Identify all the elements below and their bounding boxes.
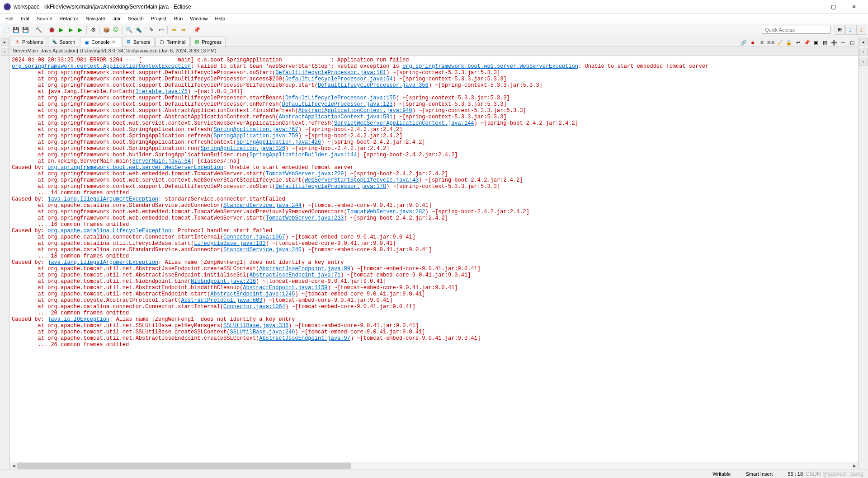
stacktrace-link[interactable]: TomcatWebServer.java:229 [266,171,344,177]
stacktrace-link[interactable]: TomcatWebServer.java:282 [347,209,425,215]
stacktrace-link[interactable]: Connector.java:1067 [223,234,285,240]
stacktrace-link[interactable]: AbstractJsseEndpoint.java:97 [259,335,350,342]
tab-close-icon[interactable]: ✕ [112,39,117,45]
stacktrace-link[interactable]: SpringApplication.java:767 [213,127,298,133]
remove-launch-icon[interactable]: ✖ [758,38,766,47]
menu-window[interactable]: Window [186,15,211,22]
menu-file[interactable]: File [2,15,17,22]
pin-console-icon[interactable]: 📌 [803,38,811,47]
maximize-button[interactable]: ▢ [823,0,844,14]
stacktrace-link[interactable]: SpringApplication.java:426 [236,139,321,145]
menu-navigate[interactable]: Navigate [82,15,108,22]
stacktrace-link[interactable]: org.springframework.boot.web.server.WebS… [47,164,223,171]
stacktrace-link[interactable]: DefaultLifecycleProcessor.java:181 [275,70,386,76]
quick-access-input[interactable] [762,26,830,34]
stacktrace-link[interactable]: StandardService.java:244 [223,202,302,209]
link-icon[interactable]: 🔗 [740,38,748,47]
terminate-icon[interactable]: ■ [749,38,757,47]
tab-problems[interactable]: ⚠ Problems [11,37,47,47]
save-all-icon[interactable]: 💾 [21,25,30,34]
menu-refactor[interactable]: Refactor [56,15,82,22]
tab-servers[interactable]: 🖥 Servers [122,37,155,47]
back-icon[interactable]: ⬅ [170,25,179,34]
stacktrace-link[interactable]: SpringApplication.java:759 [213,133,298,139]
stacktrace-link[interactable]: SpringApplication.java:326 [201,145,285,152]
scroll-right-icon[interactable]: ▶ [851,463,858,469]
stacktrace-link[interactable]: TomcatWebServer.java:213 [266,215,344,221]
stacktrace-link[interactable]: org.apache.catalina.LifecycleException [47,228,171,234]
menu-search[interactable]: Search [124,15,147,22]
stacktrace-link[interactable]: DefaultLifecycleProcessor.java:123 [282,101,393,108]
ext-tools-icon[interactable]: ⚙ [89,25,98,34]
task-list-icon[interactable]: ▫ [859,58,868,66]
stacktrace-link[interactable]: AbstractEndpoint.java:1159 [243,285,327,291]
stacktrace-link[interactable]: DefaultLifecycleProcessor.java:155 [285,95,396,101]
menu-edit[interactable]: Edit [17,15,33,22]
restore-view-icon[interactable]: ◂ [859,38,868,46]
word-wrap-icon[interactable]: ↩ [794,38,802,47]
outline-view-icon[interactable]: ▫ [859,48,868,56]
open-perspective-icon[interactable]: ⊞ [835,25,844,35]
stacktrace-link[interactable]: NioEndpoint.java:216 [191,278,256,285]
run-last-icon[interactable]: ▶ [75,25,85,34]
stacktrace-link[interactable]: SpringApplicationBuilder.java:144 [250,152,357,158]
scroll-track[interactable] [17,463,851,469]
maximize-view-icon[interactable]: ▢ [848,38,856,47]
menu-source[interactable]: Source [33,15,56,22]
save-icon[interactable]: 💾 [11,25,20,34]
menu-project[interactable]: Project [147,15,170,22]
stacktrace-link[interactable]: LifecycleBase.java:183 [194,240,265,247]
stacktrace-link[interactable]: DefaultLifecycleProcessor.java:178 [275,183,386,190]
stacktrace-link[interactable]: DefaultLifecycleProcessor.java:54 [285,76,393,82]
run-icon[interactable]: ▶ [57,25,66,34]
stacktrace-link[interactable]: WebServerStartStopLifecycle.java:43 [305,177,419,183]
console-output[interactable]: 2024-01-08 20:33:25.901 ERROR 1204 --- [… [10,56,858,462]
minimized-view-icon[interactable]: ▫ [1,48,9,56]
stacktrace-link[interactable]: AbstractEndpoint.java:1245 [210,291,295,297]
stacktrace-link[interactable]: SSLUtilBase.java:246 [230,329,295,335]
stacktrace-link[interactable]: ServletWebServerApplicationContext.java:… [334,120,474,127]
stacktrace-link[interactable]: java.lang.IllegalArgumentException [47,196,158,202]
build-icon[interactable]: 🔨 [34,25,43,34]
search-icon[interactable]: 🔦 [134,25,143,34]
toggle-mark-icon[interactable]: ✎ [147,25,156,34]
scroll-thumb[interactable] [17,463,351,469]
open-type-icon[interactable]: 🔍 [124,25,133,34]
stacktrace-link[interactable]: java.lang.IllegalArgumentException [47,259,158,266]
stacktrace-link[interactable]: AbstractApplicationContext.java:591 [279,114,393,120]
stacktrace-link[interactable]: AbstractJsseEndpoint.java:99 [259,266,350,272]
stacktrace-link[interactable]: SSLUtilBase.java:336 [223,323,288,329]
stacktrace-link[interactable]: AbstractJsseEndpoint.java:71 [250,272,341,278]
pin-icon[interactable]: 📌 [192,25,201,34]
clear-console-icon[interactable]: 🧹 [776,38,784,47]
forward-icon[interactable]: ➡ [179,25,188,34]
minimize-view-icon[interactable]: ─ [839,38,847,47]
stacktrace-link[interactable]: DefaultLifecycleProcessor.java:356 [318,82,429,89]
horizontal-scrollbar[interactable]: ◀ ▶ [10,462,858,469]
new-console-icon[interactable]: ➕ [830,38,838,47]
stacktrace-link[interactable]: org.springframework.context.ApplicationC… [12,63,191,70]
debug-icon[interactable]: 🐞 [47,25,56,34]
tab-progress[interactable]: ▤ Progress [190,37,226,47]
stacktrace-link[interactable]: Connector.java:1064 [223,304,285,310]
scroll-lock-icon[interactable]: 🔒 [785,38,793,47]
stacktrace-link[interactable]: StandardService.java:240 [223,247,302,253]
stacktrace-link[interactable]: AbstractProtocol.java:603 [181,297,262,304]
scroll-left-icon[interactable]: ◀ [10,463,17,469]
menu-help[interactable]: Help [211,15,229,22]
java-perspective-icon[interactable]: J [856,25,866,35]
toggle-block-icon[interactable]: ▭ [156,25,165,34]
java-ee-perspective-icon[interactable]: J [845,25,855,35]
menu-jmr[interactable]: Jmr [109,15,124,22]
stacktrace-link[interactable]: org.springframework.boot.web.server.WebS… [402,63,578,70]
coverage-icon[interactable]: ▶ [66,25,75,34]
restore-view-icon[interactable]: ▸ [1,38,9,46]
tab-console[interactable]: ▣ Console ✕ [80,37,121,47]
close-button[interactable]: ✕ [844,0,864,14]
menu-run[interactable]: Run [170,15,186,22]
stacktrace-link[interactable]: ServerMain.java:64 [132,158,191,164]
display-console-icon[interactable]: ▣ [812,38,820,47]
new-icon[interactable]: 📄 [2,25,11,34]
remove-all-icon[interactable]: ✖✖ [767,38,775,47]
stacktrace-link[interactable]: AbstractApplicationContext.java:940 [298,108,412,114]
